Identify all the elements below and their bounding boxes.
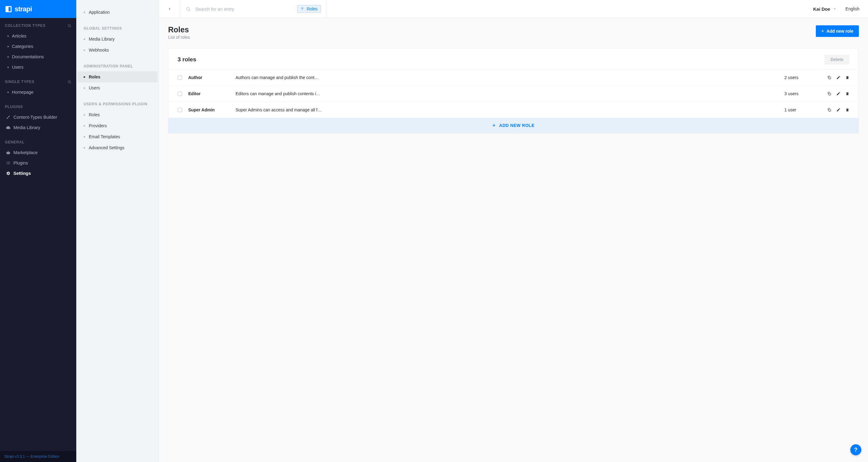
subnav-item-providers[interactable]: Providers [76, 120, 159, 131]
svg-line-3 [70, 82, 71, 83]
role-name: Editor [188, 91, 229, 96]
edit-icon[interactable] [836, 75, 841, 80]
row-checkbox[interactable] [178, 108, 182, 112]
search-icon[interactable] [67, 80, 71, 84]
subnav-item-application[interactable]: Application [76, 7, 159, 18]
main-area: Roles Kai Doe English Roles List of role… [159, 0, 868, 462]
section-heading-general: GENERAL [5, 140, 24, 144]
svg-point-0 [68, 24, 70, 27]
subnav-heading-admin: ADMINISTRATION PANEL [76, 64, 159, 71]
sidebar-item-content-types-builder[interactable]: Content-Types Builder [5, 112, 71, 122]
section-heading-collection-types: COLLECTION TYPES [5, 24, 45, 28]
svg-rect-11 [829, 109, 831, 111]
role-description: Super Admins can access and manage all f… [236, 107, 778, 112]
role-name: Super Admin [188, 107, 229, 112]
add-new-role-footer-button[interactable]: + ADD NEW ROLE [168, 118, 859, 133]
edit-icon[interactable] [836, 92, 841, 96]
basket-icon [6, 150, 10, 155]
user-name-label: Kai Doe [813, 6, 830, 11]
caret-down-icon [833, 7, 836, 10]
filter-icon [301, 7, 304, 11]
role-description: Editors can manage and publish contents … [236, 91, 778, 96]
section-heading-plugins: PLUGINS [5, 105, 23, 109]
subnav-item-advanced-settings[interactable]: Advanced Settings [76, 142, 159, 153]
brush-icon [6, 115, 10, 119]
search-input[interactable] [195, 6, 293, 11]
list-icon [6, 161, 10, 165]
topbar: Roles Kai Doe English [159, 0, 868, 18]
role-users: 2 users [784, 75, 821, 80]
sidebar-item-articles[interactable]: Articles [5, 31, 71, 41]
svg-rect-10 [829, 93, 831, 95]
section-heading-single-types: SINGLE TYPES [5, 80, 34, 84]
subnav-heading-global: GLOBAL SETTINGS [76, 26, 159, 34]
add-new-role-button[interactable]: + Add new role [816, 25, 859, 37]
trash-icon[interactable] [845, 108, 849, 112]
trash-icon[interactable] [845, 92, 849, 96]
svg-line-5 [189, 10, 190, 11]
role-name: Author [188, 75, 229, 80]
help-button[interactable]: ? [850, 444, 861, 455]
row-checkbox[interactable] [178, 75, 182, 80]
sidebar-footer-version: Strapi v3.3.1 — Enterprise Edition [0, 451, 76, 462]
add-new-role-footer-label: ADD NEW ROLE [499, 123, 534, 128]
role-row[interactable]: Author Authors can manage and publish th… [168, 69, 859, 86]
duplicate-icon[interactable] [827, 108, 831, 112]
subnav-item-email-templates[interactable]: Email Templates [76, 131, 159, 142]
svg-point-4 [187, 7, 190, 10]
role-users: 3 users [784, 91, 821, 96]
delete-button[interactable]: Delete [825, 55, 849, 64]
search-filter-tag[interactable]: Roles [297, 5, 321, 13]
role-row[interactable]: Super Admin Super Admins can access and … [168, 102, 859, 118]
sidebar-item-marketplace[interactable]: Marketplace [5, 147, 71, 158]
plus-icon: + [821, 28, 824, 34]
svg-rect-9 [829, 77, 831, 79]
search-filter-label: Roles [307, 6, 318, 11]
page-subtitle: List of roles [168, 35, 190, 40]
trash-icon[interactable] [845, 75, 849, 80]
sidebar-item-media-library[interactable]: Media Library [5, 122, 71, 133]
subnav-item-users[interactable]: Users [76, 82, 159, 93]
role-row[interactable]: Editor Editors can manage and publish co… [168, 86, 859, 102]
role-users: 1 user [784, 107, 821, 112]
subnav-item-roles[interactable]: Roles [78, 71, 157, 82]
gear-icon [6, 171, 10, 176]
brand-header[interactable]: strapi [0, 0, 76, 18]
sidebar-item-documentations[interactable]: Documentations [5, 52, 71, 62]
row-checkbox[interactable] [178, 92, 182, 96]
user-menu-button[interactable]: Kai Doe [813, 6, 836, 11]
role-description: Authors can manage and publish the cont… [236, 75, 778, 80]
subnav-item-media-library[interactable]: Media Library [76, 34, 159, 44]
cloud-icon [6, 125, 10, 130]
svg-point-2 [68, 81, 70, 83]
strapi-logo-icon [5, 6, 11, 12]
sidebar-item-plugins[interactable]: Plugins [5, 158, 71, 168]
svg-line-1 [70, 26, 71, 27]
sidebar-item-settings[interactable]: Settings [5, 168, 71, 179]
brand-name: strapi [14, 5, 32, 13]
duplicate-icon[interactable] [827, 75, 831, 80]
settings-subnav: Application GLOBAL SETTINGS Media Librar… [76, 0, 159, 462]
sidebar-item-categories[interactable]: Categories [5, 41, 71, 52]
duplicate-icon[interactable] [827, 92, 831, 96]
sidebar-item-users[interactable]: Users [5, 62, 71, 72]
subnav-heading-users-permissions: USERS & PERMISSIONS PLUGIN [76, 102, 159, 109]
roles-table: 3 roles Delete Author Authors can manage… [168, 48, 859, 133]
search-icon [186, 6, 191, 11]
subnav-item-up-roles[interactable]: Roles [76, 109, 159, 120]
subnav-item-webhooks[interactable]: Webhooks [76, 44, 159, 56]
add-new-role-label: Add new role [827, 29, 854, 34]
plus-icon: + [492, 123, 495, 128]
primary-sidebar: strapi COLLECTION TYPES Articles Categor… [0, 0, 76, 462]
search-icon[interactable] [67, 24, 71, 28]
roles-count-title: 3 roles [178, 56, 196, 63]
page-title: Roles [168, 25, 190, 34]
sidebar-item-homepage[interactable]: Homepage [5, 87, 71, 97]
edit-icon[interactable] [836, 108, 841, 112]
language-button[interactable]: English [845, 6, 860, 11]
back-button[interactable] [159, 0, 180, 18]
